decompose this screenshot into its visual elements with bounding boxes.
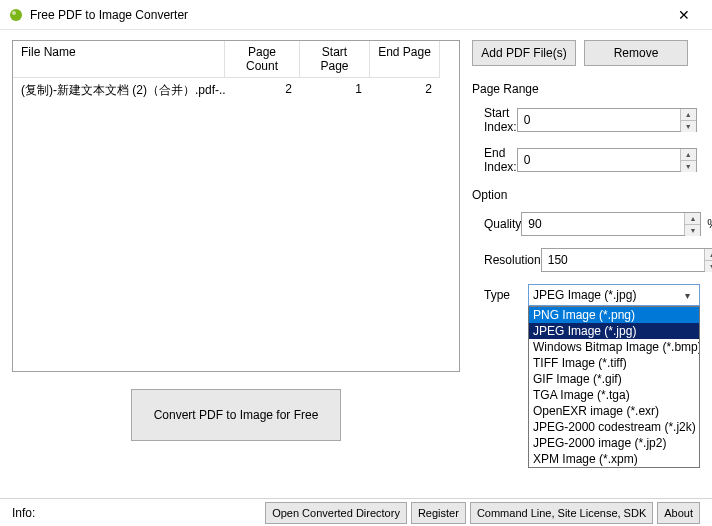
type-option[interactable]: GIF Image (*.gif) (529, 371, 699, 387)
cmdline-button[interactable]: Command Line, Site License, SDK (470, 502, 653, 524)
quality-input[interactable] (522, 213, 684, 235)
app-icon (8, 7, 24, 23)
table-row[interactable]: (复制)-新建文本文档 (2)（合并）.pdf-...212 (13, 78, 459, 103)
remove-button[interactable]: Remove (584, 40, 688, 66)
page-range-title: Page Range (472, 82, 700, 96)
close-icon[interactable]: ✕ (664, 7, 704, 23)
type-option[interactable]: PNG Image (*.png) (529, 307, 699, 323)
type-option[interactable]: JPEG-2000 codestream (*.j2k) (529, 419, 699, 435)
about-button[interactable]: About (657, 502, 700, 524)
footer: Info: Open Converted Directory Register … (0, 498, 712, 526)
chevron-down-icon[interactable]: ▾ (679, 290, 695, 301)
file-list[interactable]: File Name Page Count Start Page End Page… (12, 40, 460, 372)
column-startpage[interactable]: Start Page (300, 41, 370, 78)
type-value: JPEG Image (*.jpg) (533, 288, 679, 302)
cell-endpage: 2 (370, 80, 440, 101)
file-list-header: File Name Page Count Start Page End Page (13, 41, 459, 78)
type-dropdown[interactable]: PNG Image (*.png)JPEG Image (*.jpg)Windo… (528, 306, 700, 468)
spin-up-icon[interactable]: ▲ (681, 149, 696, 161)
resolution-spinbox[interactable]: ▲▼ (541, 248, 712, 272)
svg-point-1 (12, 11, 16, 15)
type-option[interactable]: Windows Bitmap Image (*.bmp) (529, 339, 699, 355)
spin-down-icon[interactable]: ▼ (685, 225, 700, 236)
option-title: Option (472, 188, 700, 202)
spin-up-icon[interactable]: ▲ (685, 213, 700, 225)
type-option[interactable]: XPM Image (*.xpm) (529, 451, 699, 467)
cell-pagecount: 2 (225, 80, 300, 101)
quality-label: Quality (484, 217, 521, 231)
type-combo[interactable]: JPEG Image (*.jpg) ▾ (528, 284, 700, 306)
column-pagecount[interactable]: Page Count (225, 41, 300, 78)
quality-spinbox[interactable]: ▲▼ (521, 212, 701, 236)
window-title: Free PDF to Image Converter (30, 8, 664, 22)
register-button[interactable]: Register (411, 502, 466, 524)
start-index-spinbox[interactable]: ▲▼ (517, 108, 697, 132)
type-option[interactable]: OpenEXR image (*.exr) (529, 403, 699, 419)
open-directory-button[interactable]: Open Converted Directory (265, 502, 407, 524)
start-index-input[interactable] (518, 109, 680, 131)
type-label: Type (484, 288, 528, 302)
spin-down-icon[interactable]: ▼ (681, 161, 696, 172)
spin-up-icon[interactable]: ▲ (681, 109, 696, 121)
cell-startpage: 1 (300, 80, 370, 101)
resolution-label: Resolution (484, 253, 541, 267)
type-option[interactable]: JPEG-2000 image (*.jp2) (529, 435, 699, 451)
type-option[interactable]: TGA Image (*.tga) (529, 387, 699, 403)
add-pdf-button[interactable]: Add PDF File(s) (472, 40, 576, 66)
cell-filename: (复制)-新建文本文档 (2)（合并）.pdf-... (13, 80, 225, 101)
spin-down-icon[interactable]: ▼ (681, 121, 696, 132)
spin-up-icon[interactable]: ▲ (705, 249, 712, 261)
titlebar: Free PDF to Image Converter ✕ (0, 0, 712, 30)
column-filename[interactable]: File Name (13, 41, 225, 78)
convert-button[interactable]: Convert PDF to Image for Free (131, 389, 341, 441)
resolution-input[interactable] (542, 249, 704, 271)
end-index-label: End Index: (484, 146, 517, 174)
svg-point-0 (10, 9, 22, 21)
type-option[interactable]: TIFF Image (*.tiff) (529, 355, 699, 371)
start-index-label: Start Index: (484, 106, 517, 134)
quality-suffix: % (707, 217, 712, 231)
column-endpage[interactable]: End Page (370, 41, 440, 78)
end-index-spinbox[interactable]: ▲▼ (517, 148, 697, 172)
spin-down-icon[interactable]: ▼ (705, 261, 712, 272)
info-label: Info: (12, 506, 35, 520)
end-index-input[interactable] (518, 149, 680, 171)
type-option[interactable]: JPEG Image (*.jpg) (529, 323, 699, 339)
